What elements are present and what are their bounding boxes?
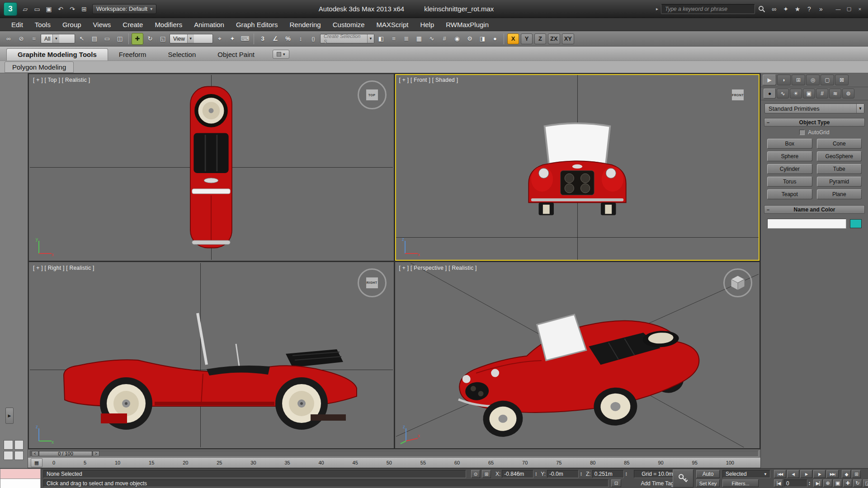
spinner-icon[interactable]: ▲▼ <box>808 481 812 486</box>
cameras-category-icon[interactable]: ▣ <box>803 89 815 99</box>
mini-curve-editor-icon[interactable]: ▦ <box>31 458 42 467</box>
next-frame-icon[interactable]: ▶| <box>813 479 822 487</box>
menu-item[interactable]: Customize <box>327 18 371 31</box>
schematic-view-icon[interactable]: # <box>439 33 450 45</box>
mirror-icon[interactable]: ◧ <box>375 33 387 45</box>
help-icon[interactable]: ? <box>804 4 815 14</box>
previous-frame-icon[interactable]: |◀ <box>774 479 783 487</box>
hierarchy-tab-icon[interactable]: ⊞ <box>792 75 805 85</box>
key-filters-button[interactable]: Filters... <box>722 479 759 487</box>
render-setup-icon[interactable]: ⚙ <box>464 33 476 45</box>
object-type-button[interactable]: Cylinder <box>767 164 812 174</box>
geometry-category-icon[interactable]: ● <box>764 89 776 99</box>
maximize-viewport-icon[interactable]: ◲ <box>863 479 868 487</box>
undo-icon[interactable]: ↶ <box>55 4 66 14</box>
ribbon-toggle-icon[interactable]: ▦ <box>413 33 425 45</box>
object-color-swatch[interactable] <box>850 219 862 228</box>
selection-lock-icon[interactable]: ⊙ <box>471 470 480 478</box>
angle-snap-icon[interactable]: ∠ <box>269 33 281 45</box>
spinner-snap-icon[interactable]: ↕ <box>295 33 307 45</box>
viewcube-face[interactable]: TOP <box>366 89 378 101</box>
coordinate-field[interactable]: -0.846m <box>502 470 533 478</box>
redo-icon[interactable]: ↷ <box>67 4 78 14</box>
key-filters-icon[interactable]: ⊞ <box>852 470 861 478</box>
viewport-top[interactable]: [ + ] [ Top ] [ Realistic ] <box>29 74 394 261</box>
menu-item[interactable]: Tools <box>29 18 57 31</box>
material-editor-icon[interactable]: ◉ <box>451 33 463 45</box>
spinner-icon[interactable]: ▲▼ <box>535 472 539 476</box>
auto-key-button[interactable]: Auto <box>696 470 720 478</box>
display-tab-icon[interactable]: ▢ <box>821 75 834 85</box>
maxscript-mini-listener[interactable] <box>0 469 41 488</box>
object-type-button[interactable]: Pyramid <box>817 177 862 187</box>
layer-manager-icon[interactable]: ≣ <box>401 33 412 45</box>
minimize-icon[interactable]: — <box>834 5 843 13</box>
snaps-toggle-3-icon[interactable]: 3 <box>257 33 269 45</box>
listener-pane[interactable] <box>0 479 41 488</box>
overflow-chevron-icon[interactable]: » <box>816 4 826 14</box>
spinner-icon[interactable]: ▲▼ <box>580 472 584 476</box>
viewcube[interactable] <box>723 268 752 297</box>
macro-recorder-pane[interactable] <box>0 469 41 479</box>
project-folder-icon[interactable]: ⊞ <box>79 4 90 14</box>
use-pivot-point-center-icon[interactable]: ⌖ <box>214 33 226 45</box>
select-and-rotate-icon[interactable]: ↻ <box>144 33 156 45</box>
viewcube[interactable]: RIGHT <box>358 268 387 297</box>
axis-constraint-zx[interactable]: ZX <box>548 33 560 44</box>
search-icon[interactable] <box>758 5 766 13</box>
time-slider-next-icon[interactable]: > <box>93 451 99 456</box>
select-and-manipulate-icon[interactable]: ✦ <box>226 33 238 45</box>
viewport-layout-icon[interactable] <box>4 440 24 460</box>
keyboard-shortcut-override-icon[interactable]: ⌨ <box>239 33 251 45</box>
absolute-offset-mode-icon[interactable]: ⊞ <box>482 470 491 478</box>
named-selection-sets-dropdown[interactable]: Create Selection S ▼ <box>320 34 374 43</box>
key-mode-toggle-icon[interactable]: ◆ <box>842 470 851 478</box>
viewcube-face[interactable]: FRONT <box>731 89 744 101</box>
object-type-button[interactable]: Box <box>767 139 812 149</box>
go-to-start-icon[interactable]: |◀◀ <box>774 470 786 478</box>
time-slider-track[interactable]: < 0 / 100 > <box>30 450 759 457</box>
space-warps-category-icon[interactable]: ≋ <box>829 89 841 99</box>
object-type-button[interactable]: Torus <box>767 177 812 187</box>
autogrid-checkbox[interactable] <box>799 130 805 135</box>
lights-category-icon[interactable]: ☀ <box>790 89 802 99</box>
viewport-label[interactable]: [ + ] [ Right ] [ Realistic ] <box>33 265 94 271</box>
percent-snap-icon[interactable]: % <box>282 33 294 45</box>
time-slider-prev-icon[interactable]: < <box>32 451 38 456</box>
viewcube[interactable]: TOP <box>358 80 387 109</box>
zoom-extents-icon[interactable]: ▣ <box>833 479 842 487</box>
object-name-input[interactable] <box>767 219 846 229</box>
viewport-perspective[interactable]: [ + ] [ Perspective ] [ Realistic ] <box>395 262 760 449</box>
rendered-frame-window-icon[interactable]: ◨ <box>476 33 488 45</box>
systems-category-icon[interactable]: ⊚ <box>842 89 854 99</box>
next-frame-icon[interactable]: |▶ <box>813 470 826 478</box>
create-tab-icon[interactable]: ▶ <box>763 75 776 85</box>
menu-item[interactable]: Views <box>87 18 117 31</box>
viewport-tab-flyout-icon[interactable]: ▶ <box>5 408 14 424</box>
align-icon[interactable]: ≡ <box>388 33 400 45</box>
key-filter-set-dropdown[interactable]: Selected ▼ <box>722 470 770 478</box>
object-type-button[interactable]: Cone <box>817 139 862 149</box>
window-crossing-icon[interactable]: ◫ <box>114 33 126 45</box>
zoom-icon[interactable]: ⊕ <box>823 479 832 487</box>
reference-coordinate-dropdown[interactable]: View▼ <box>170 34 213 43</box>
app-logo-icon[interactable]: 3 <box>4 2 17 16</box>
modify-tab-icon[interactable]: ◗ <box>777 75 791 85</box>
viewport-label[interactable]: [ + ] [ Perspective ] [ Realistic ] <box>399 265 477 271</box>
viewcube[interactable]: FRONT <box>723 80 752 109</box>
shapes-category-icon[interactable]: ∿ <box>777 89 789 99</box>
save-file-icon[interactable]: ▣ <box>43 4 54 14</box>
menu-item[interactable]: Modifiers <box>149 18 188 31</box>
axis-constraint-xy[interactable]: XY <box>562 33 574 44</box>
ribbon-tab[interactable]: Graphite Modeling Tools <box>6 48 108 61</box>
menu-item[interactable]: Create <box>117 18 149 31</box>
utilities-tab-icon[interactable]: ⊠ <box>835 75 849 85</box>
menu-item[interactable]: MAXScript <box>371 18 415 31</box>
axis-constraint-x[interactable]: X <box>507 33 519 44</box>
close-icon[interactable]: × <box>855 5 864 13</box>
menu-item[interactable]: Edit <box>5 18 29 31</box>
menu-item[interactable]: Animation <box>188 18 230 31</box>
ribbon-tab[interactable]: Freeform <box>108 49 157 61</box>
viewport-right[interactable]: [ + ] [ Right ] [ Realistic ] <box>29 262 394 449</box>
coordinate-field[interactable]: -0.0m <box>547 470 579 478</box>
